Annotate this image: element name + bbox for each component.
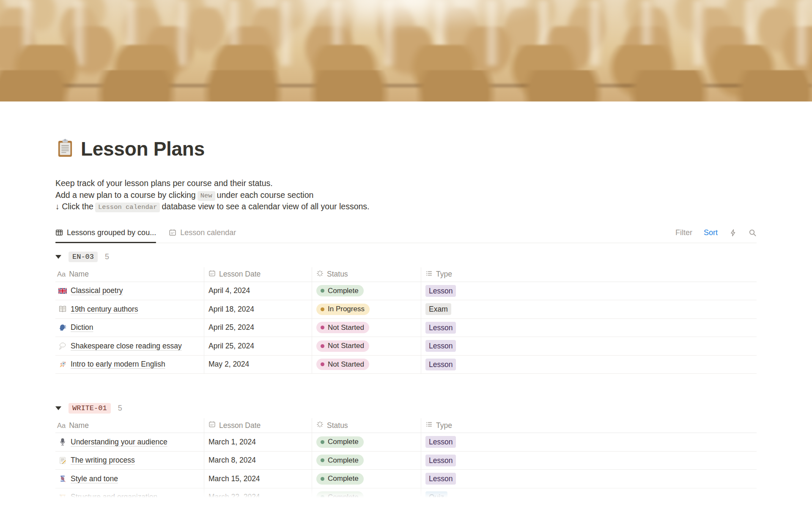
lesson-name: 19th century authors [71,305,138,314]
type-cell[interactable]: Lesson [421,319,757,337]
lessons-table: Aa Name Lesson Date [55,418,757,507]
type-badge: Lesson [425,340,456,352]
lesson-date[interactable]: April 25, 2024 [204,337,312,355]
group-collapse-toggle[interactable] [55,406,61,410]
status-cell[interactable]: Not Started [312,337,421,355]
column-header-lesson-date[interactable]: Lesson Date [204,267,312,282]
status-cell[interactable]: Not Started [312,356,421,374]
type-cell[interactable]: Exam [421,300,757,318]
lesson-date[interactable]: April 18, 2024 [204,300,312,318]
calendar-view-icon [169,229,176,236]
lesson-name-cell[interactable]: Structure and organization [55,488,204,507]
table-row[interactable]: Intro to early modern English May 2, 202… [55,356,757,374]
lesson-name-cell[interactable]: Diction [55,319,204,337]
building-construction-icon [58,493,67,502]
tab-lessons-grouped-by-course[interactable]: Lessons grouped by cou... [55,223,156,243]
clipboard-icon[interactable] [55,138,75,159]
table-header-row: Aa Name Lesson Date [55,418,757,433]
thought-balloon-icon [58,342,67,350]
lesson-name-cell[interactable]: Style and tone [55,470,204,488]
lesson-name-cell[interactable]: 19th century authors [55,300,204,318]
new-button-chip: New [198,191,215,201]
status-label: Not Started [328,323,364,332]
lesson-date[interactable]: March 22, 2024 [204,488,312,507]
lesson-date[interactable]: March 1, 2024 [204,433,312,451]
column-header-lesson-date[interactable]: Lesson Date [204,418,312,433]
group-tag[interactable]: WRITE-01 [69,403,111,414]
lesson-date[interactable]: May 2, 2024 [204,356,312,374]
filter-button[interactable]: Filter [675,228,692,237]
tab-lesson-calendar[interactable]: Lesson calendar [169,223,236,243]
lesson-name: Shakespeare close reading essay [71,342,182,351]
status-badge: Complete [316,473,364,485]
type-cell[interactable]: Lesson [421,282,757,300]
status-cell[interactable]: In Progress [312,300,421,318]
tab-label: Lessons grouped by cou... [67,228,156,237]
text-property-icon: Aa [57,422,66,430]
status-label: Complete [328,474,359,483]
table-row[interactable]: 19th century authors April 18, 2024 In P… [55,300,757,319]
memo-icon [58,456,67,465]
group-collapse-toggle[interactable] [55,255,61,259]
lesson-name-cell[interactable]: Shakespeare close reading essay [55,337,204,355]
status-badge: Complete [316,455,364,466]
table-row[interactable]: The writing process March 8, 2024 Comple… [55,452,757,470]
sort-button[interactable]: Sort [704,228,718,237]
table-row[interactable]: Structure and organization March 22, 202… [55,488,757,507]
group-tag[interactable]: EN-03 [69,252,98,262]
table-row[interactable]: Style and tone March 15, 2024 Complete L… [55,470,757,488]
column-header-status[interactable]: Status [312,418,421,433]
status-cell[interactable]: Not Started [312,319,421,337]
type-cell[interactable]: Lesson [421,470,757,488]
lesson-name-cell[interactable]: The writing process [55,452,204,470]
tab-label: Lesson calendar [180,228,236,237]
lightning-icon[interactable] [729,229,737,237]
status-cell[interactable]: Complete [312,452,421,470]
database-toolbar: Filter Sort [675,228,757,237]
type-cell[interactable]: Quiz [421,488,757,507]
table-row[interactable]: Shakespeare close reading essay April 25… [55,337,757,356]
column-header-type[interactable]: Type [421,267,757,282]
search-icon[interactable] [749,229,757,237]
group-row-count: 5 [105,252,109,261]
lesson-name: Structure and organization [71,493,157,502]
lesson-name: The writing process [71,456,135,465]
status-cell[interactable]: Complete [312,470,421,488]
status-cell[interactable]: Complete [312,282,421,300]
page-title: Lesson Plans [81,138,205,160]
column-header-name[interactable]: Aa Name [55,267,204,282]
bulleted-list-icon [425,421,433,430]
status-dot [321,344,324,348]
lesson-name-cell[interactable]: Understanding your audience [55,433,204,451]
microphone-icon [58,438,67,446]
type-cell[interactable]: Lesson [421,337,757,355]
lesson-name-cell[interactable]: Intro to early modern English [55,356,204,374]
table-row[interactable]: Diction April 25, 2024 Not Started Lesso… [55,319,757,337]
column-header-name[interactable]: Aa Name [55,418,204,433]
status-dot [321,326,324,329]
column-header-type[interactable]: Type [421,418,757,433]
lesson-name: Style and tone [71,474,118,483]
type-cell[interactable]: Lesson [421,356,757,374]
table-row[interactable]: Classical poetry April 4, 2024 Complete … [55,282,757,301]
rocket-icon [58,360,67,369]
lesson-date[interactable]: April 25, 2024 [204,319,312,337]
status-dot [321,307,324,311]
view-tab-bar: Lessons grouped by cou... Lesson calenda… [55,223,757,243]
type-badge: Lesson [425,322,456,334]
status-dot [321,362,324,366]
type-cell[interactable]: Lesson [421,433,757,451]
type-badge: Quiz [425,491,447,503]
type-cell[interactable]: Lesson [421,452,757,470]
lesson-name-cell[interactable]: Classical poetry [55,282,204,300]
column-header-status[interactable]: Status [312,267,421,282]
status-cell[interactable]: Complete [312,433,421,451]
status-badge: Complete [316,436,364,448]
lesson-date[interactable]: March 15, 2024 [204,470,312,488]
status-cell[interactable]: Complete [312,488,421,507]
lesson-date[interactable]: April 4, 2024 [204,282,312,300]
table-row[interactable]: Understanding your audience March 1, 202… [55,433,757,452]
lesson-date[interactable]: March 8, 2024 [204,452,312,470]
lesson-name: Diction [71,323,93,332]
type-badge: Lesson [425,436,456,448]
